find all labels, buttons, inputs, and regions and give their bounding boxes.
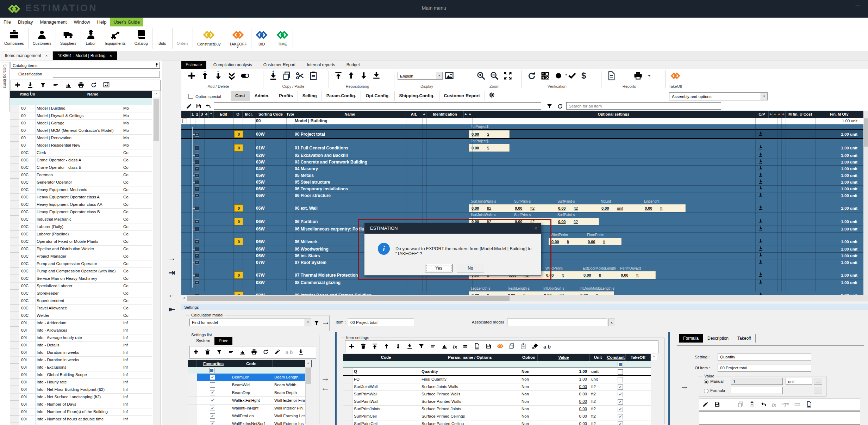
settings-row-beamlen[interactable]: ✔BeamLenBeam Length <box>188 374 305 381</box>
catalog-row[interactable]: 00CIndustrial MechanicCo <box>10 216 152 223</box>
settings-row-wallextinsnetsurf[interactable]: ✔WallExtInsNetSurfWall Exterior Ins <box>188 420 305 425</box>
catalog-row[interactable]: 00IInfo - Number of Floor(s) of the Buil… <box>10 408 152 416</box>
filter-checkbox[interactable] <box>618 362 623 367</box>
menu-user-s-guide[interactable]: User's Guide <box>110 18 143 26</box>
catalog-row[interactable]: 00Model | Residential NewMo <box>10 142 152 149</box>
option-flag-cell[interactable]: 0 <box>234 238 243 245</box>
menu-file[interactable]: File <box>0 18 14 26</box>
settings-row-beamwid[interactable]: BeamWidBeam Width <box>188 381 305 389</box>
catalog-row[interactable]: 00CStorekeeperCo <box>10 290 152 297</box>
grid-column-2[interactable]: 2 <box>195 111 200 118</box>
item-input[interactable]: 00 Project total <box>348 319 414 326</box>
chart-icon[interactable] <box>441 343 448 350</box>
catalog-row[interactable]: 00Model | RenovationMo <box>10 135 152 142</box>
no-button[interactable]: No <box>457 264 484 272</box>
copy-paste-icon[interactable] <box>758 186 763 192</box>
classification-input[interactable] <box>53 71 160 78</box>
formula-tab-takeoff[interactable]: Takeoff <box>733 334 755 343</box>
expand-icon[interactable]: + <box>195 160 199 165</box>
paste-icon[interactable] <box>749 401 755 408</box>
copy-paste-icon[interactable] <box>758 238 763 245</box>
option-flag-cell[interactable]: 0 <box>234 271 243 279</box>
param-column-value[interactable]: Value <box>538 354 590 361</box>
catalog-row[interactable]: 00CLaborer (Pipeline)Co <box>10 231 152 238</box>
optional-setting-value-cell[interactable]: 0.00ft <box>642 204 686 212</box>
collapse-icon[interactable]: − <box>182 119 187 123</box>
unit-picker-button[interactable]: ... <box>814 378 822 385</box>
filter-icon[interactable] <box>546 103 553 110</box>
formula-textarea[interactable] <box>699 411 860 425</box>
page-icon[interactable] <box>474 343 480 350</box>
subtab-param-config-[interactable]: Param.Config. <box>322 91 361 101</box>
download-icon[interactable]: + <box>268 71 278 81</box>
scroll-thumb[interactable] <box>154 99 159 141</box>
item-settings-scrollbar[interactable]: ^ <box>651 354 657 424</box>
grid-column-type[interactable]: Type <box>286 111 294 118</box>
grid-column-m-fin-u-cost[interactable]: M fin. U Cost <box>786 111 815 118</box>
catalog-row[interactable]: 00IInfo - Average hourly rateInf <box>10 334 152 342</box>
constant-checkbox[interactable]: ✔ <box>618 399 623 405</box>
toolbar-orders-button[interactable]: Orders <box>173 27 193 45</box>
excel-icon[interactable] <box>725 401 732 408</box>
grid-column-optional-settings[interactable]: Optional settings <box>472 111 755 118</box>
scroll-thumb[interactable] <box>864 118 868 147</box>
grid-column-+[interactable]: + <box>781 111 786 118</box>
catalog-row[interactable]: 00CClerkCo <box>10 149 152 157</box>
subtab-shipping-config-[interactable]: Shipping.Config. <box>395 91 439 101</box>
download-icon[interactable] <box>27 81 34 88</box>
optional-setting-value-cell[interactable]: 0.00$ <box>469 130 510 138</box>
grid-row-03-concrete-and-formwork-building[interactable]: +03W03 Concrete and Formwork Building1.0… <box>181 159 863 166</box>
close-icon[interactable]: × <box>110 54 112 58</box>
constant-checkbox[interactable]: ✔ <box>618 414 623 419</box>
image-icon[interactable] <box>444 71 454 81</box>
chart-icon[interactable] <box>65 81 72 88</box>
arrup-icon[interactable] <box>346 71 356 80</box>
grid-column-alt-[interactable]: Alt. <box>406 111 422 118</box>
catalog-row[interactable]: 00IInfo - Number of hours at double time… <box>10 416 152 423</box>
scroll-thumb[interactable] <box>187 296 510 301</box>
expand-icon[interactable]: + <box>195 146 199 150</box>
excel-icon[interactable] <box>620 71 630 81</box>
image-icon[interactable] <box>103 81 110 88</box>
toolbar-catalog-button[interactable]: Catalog <box>130 27 152 45</box>
toolbar-suppliers-button[interactable]: Suppliers <box>56 27 81 45</box>
refresh-icon[interactable] <box>262 349 269 355</box>
eqthick-icon[interactable] <box>462 343 469 350</box>
param-column-rowhead[interactable] <box>343 354 352 361</box>
grid-row-06-ext-wall[interactable]: +006W06 ext. Wall0.00ft20.00ft20.00ft20.… <box>181 204 863 212</box>
tab-compilation-analysis[interactable]: Compilation analysis <box>209 61 256 69</box>
arrup-icon[interactable] <box>383 343 390 350</box>
grid-column-+[interactable]: + <box>769 111 773 118</box>
grid-row-02-excavation-and-backfill[interactable]: +02W02 Excavation and Backfill1.00 unit <box>181 152 863 159</box>
catalog-row[interactable]: 00CSpecialized LaborerCo <box>10 283 152 290</box>
subtab-cost[interactable]: Cost <box>231 91 250 101</box>
grid-column-o[interactable]: O <box>233 111 243 118</box>
catalog-row[interactable]: 00CPump and Compression OperatorCo <box>10 260 152 268</box>
expand-icon[interactable]: + <box>195 247 199 252</box>
catalog-row[interactable]: 00IInfo - Number of hours at double time… <box>10 423 152 425</box>
copy-paste-icon[interactable] <box>758 131 763 137</box>
catalog-items-vertical-tab[interactable]: Catalog items <box>1 62 10 112</box>
ruler-icon[interactable] <box>794 401 801 408</box>
undo-icon[interactable] <box>205 103 211 109</box>
grid-column-+[interactable]: + <box>773 111 777 118</box>
favourite-checkbox[interactable]: ✔ <box>210 413 215 419</box>
grid-row-04-masonry[interactable]: +04W04 Masonry1.00 unit <box>181 166 863 172</box>
pencil-icon[interactable] <box>274 349 281 355</box>
find-model-select[interactable]: Find for model▼ <box>189 319 311 326</box>
expand-icon[interactable]: + <box>195 206 199 210</box>
refresh-icon[interactable] <box>527 71 537 81</box>
toolbar-customers-button[interactable]: Customers <box>29 27 56 45</box>
catalog-row[interactable]: 00CHeavy Equipment Operator class BCo <box>10 209 152 216</box>
option-special-checkbox[interactable]: Option special <box>188 94 221 99</box>
catalog-row[interactable]: 00CProject ManagerCo <box>10 253 152 260</box>
menu-help[interactable]: Help <box>94 18 110 26</box>
catalog-row[interactable]: 00IInfo - Global Building ScopeInf <box>10 371 152 379</box>
grid-column-*[interactable]: * <box>209 111 214 118</box>
arrbottom-icon[interactable] <box>406 343 413 350</box>
param-row-surfpaintceil[interactable]: SurfPaintCeilSurface Painted CeilingNon0… <box>343 420 651 425</box>
catalog-row[interactable]: 00IInfo - Duration in weeksInf <box>10 349 152 357</box>
catalog-row[interactable]: 00IInfo - Net Surface Landscaping (ft2)I… <box>10 394 152 401</box>
param-row-q[interactable]: QQuantityNon1.00unit <box>343 368 651 376</box>
grid-column-1[interactable]: 1 <box>191 111 195 118</box>
